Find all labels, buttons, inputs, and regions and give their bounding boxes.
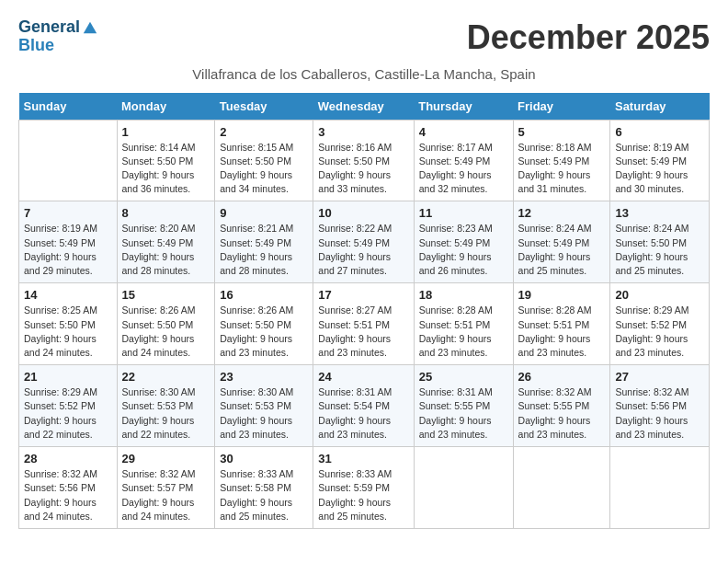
table-row: 12Sunrise: 8:24 AM Sunset: 5:49 PM Dayli… [513,201,610,283]
day-info: Sunrise: 8:30 AM Sunset: 5:53 PM Dayligh… [122,385,210,442]
day-number: 13 [615,206,704,220]
header-row: Sunday Monday Tuesday Wednesday Thursday… [19,93,710,121]
day-info: Sunrise: 8:31 AM Sunset: 5:55 PM Dayligh… [419,385,508,442]
day-info: Sunrise: 8:24 AM Sunset: 5:50 PM Dayligh… [615,222,704,278]
day-number: 16 [220,288,308,302]
header-tuesday: Tuesday [215,93,313,121]
day-info: Sunrise: 8:16 AM Sunset: 5:50 PM Dayligh… [318,141,408,197]
svg-marker-0 [84,22,97,34]
table-row: 14Sunrise: 8:25 AM Sunset: 5:50 PM Dayli… [19,283,118,365]
day-info: Sunrise: 8:32 AM Sunset: 5:57 PM Dayligh… [122,467,210,523]
day-number: 14 [24,288,112,302]
table-row: 7Sunrise: 8:19 AM Sunset: 5:49 PM Daylig… [19,201,118,283]
day-number: 11 [419,206,508,220]
day-number: 3 [318,125,408,139]
day-number: 9 [220,206,308,220]
day-info: Sunrise: 8:19 AM Sunset: 5:49 PM Dayligh… [615,141,704,197]
table-row: 29Sunrise: 8:32 AM Sunset: 5:57 PM Dayli… [117,447,215,529]
page-container: General Blue December 2025 Villafranca d… [18,18,710,529]
week-row-1: 1Sunrise: 8:14 AM Sunset: 5:50 PM Daylig… [19,120,710,201]
header-sunday: Sunday [19,93,118,121]
day-number: 17 [318,288,408,302]
table-row: 10Sunrise: 8:22 AM Sunset: 5:49 PM Dayli… [313,201,414,283]
week-row-4: 21Sunrise: 8:29 AM Sunset: 5:52 PM Dayli… [19,365,710,447]
day-info: Sunrise: 8:17 AM Sunset: 5:49 PM Dayligh… [419,141,508,197]
table-row: 23Sunrise: 8:30 AM Sunset: 5:53 PM Dayli… [215,365,313,447]
day-info: Sunrise: 8:32 AM Sunset: 5:56 PM Dayligh… [24,467,112,523]
day-number: 26 [518,370,606,384]
table-row: 30Sunrise: 8:33 AM Sunset: 5:58 PM Dayli… [215,447,313,529]
day-number: 29 [122,452,210,465]
table-row: 2Sunrise: 8:15 AM Sunset: 5:50 PM Daylig… [215,120,313,201]
day-number: 10 [318,206,408,220]
table-row: 15Sunrise: 8:26 AM Sunset: 5:50 PM Dayli… [117,283,215,365]
day-number: 27 [615,370,704,384]
day-info: Sunrise: 8:31 AM Sunset: 5:54 PM Dayligh… [318,385,408,442]
header-wednesday: Wednesday [313,93,414,121]
day-info: Sunrise: 8:19 AM Sunset: 5:49 PM Dayligh… [24,222,112,278]
day-info: Sunrise: 8:22 AM Sunset: 5:49 PM Dayligh… [318,222,408,278]
calendar-title: December 2025 [467,18,710,57]
day-info: Sunrise: 8:28 AM Sunset: 5:51 PM Dayligh… [419,304,508,360]
title-section: December 2025 [467,18,710,57]
header-monday: Monday [117,93,215,121]
table-row: 4Sunrise: 8:17 AM Sunset: 5:49 PM Daylig… [414,120,513,201]
day-number: 23 [220,370,308,384]
day-info: Sunrise: 8:26 AM Sunset: 5:50 PM Dayligh… [220,304,308,360]
day-number: 8 [122,206,210,220]
table-row: 16Sunrise: 8:26 AM Sunset: 5:50 PM Dayli… [215,283,313,365]
day-number: 31 [318,452,408,465]
day-number: 22 [122,370,210,384]
table-row: 5Sunrise: 8:18 AM Sunset: 5:49 PM Daylig… [513,120,610,201]
table-row: 25Sunrise: 8:31 AM Sunset: 5:55 PM Dayli… [414,365,513,447]
day-info: Sunrise: 8:32 AM Sunset: 5:56 PM Dayligh… [615,385,704,442]
day-number: 6 [615,125,704,139]
table-row: 8Sunrise: 8:20 AM Sunset: 5:49 PM Daylig… [117,201,215,283]
day-info: Sunrise: 8:29 AM Sunset: 5:52 PM Dayligh… [24,385,112,442]
table-row: 18Sunrise: 8:28 AM Sunset: 5:51 PM Dayli… [414,283,513,365]
table-row: 27Sunrise: 8:32 AM Sunset: 5:56 PM Dayli… [610,365,710,447]
day-number: 20 [615,288,704,302]
table-row: 1Sunrise: 8:14 AM Sunset: 5:50 PM Daylig… [117,120,215,201]
table-row: 6Sunrise: 8:19 AM Sunset: 5:49 PM Daylig… [610,120,710,201]
day-info: Sunrise: 8:33 AM Sunset: 5:58 PM Dayligh… [220,467,308,523]
table-row: 19Sunrise: 8:28 AM Sunset: 5:51 PM Dayli… [513,283,610,365]
header-thursday: Thursday [414,93,513,121]
day-info: Sunrise: 8:32 AM Sunset: 5:55 PM Dayligh… [518,385,606,442]
day-number: 25 [419,370,508,384]
day-info: Sunrise: 8:23 AM Sunset: 5:49 PM Dayligh… [419,222,508,278]
day-number: 21 [24,370,112,384]
table-row: 20Sunrise: 8:29 AM Sunset: 5:52 PM Dayli… [610,283,710,365]
day-number: 2 [220,125,308,139]
day-number: 30 [220,452,308,465]
day-number: 7 [24,206,112,220]
table-row: 26Sunrise: 8:32 AM Sunset: 5:55 PM Dayli… [513,365,610,447]
day-info: Sunrise: 8:21 AM Sunset: 5:49 PM Dayligh… [220,222,308,278]
table-row: 22Sunrise: 8:30 AM Sunset: 5:53 PM Dayli… [117,365,215,447]
table-row [610,447,710,529]
table-row: 17Sunrise: 8:27 AM Sunset: 5:51 PM Dayli… [313,283,414,365]
header-saturday: Saturday [610,93,710,121]
week-row-3: 14Sunrise: 8:25 AM Sunset: 5:50 PM Dayli… [19,283,710,365]
table-row: 24Sunrise: 8:31 AM Sunset: 5:54 PM Dayli… [313,365,414,447]
logo-icon [82,19,98,36]
table-row [414,447,513,529]
day-number: 28 [24,452,112,465]
day-info: Sunrise: 8:30 AM Sunset: 5:53 PM Dayligh… [220,385,308,442]
table-row [513,447,610,529]
day-info: Sunrise: 8:14 AM Sunset: 5:50 PM Dayligh… [122,141,210,197]
table-row: 11Sunrise: 8:23 AM Sunset: 5:49 PM Dayli… [414,201,513,283]
header-friday: Friday [513,93,610,121]
day-info: Sunrise: 8:33 AM Sunset: 5:59 PM Dayligh… [318,467,408,523]
day-info: Sunrise: 8:24 AM Sunset: 5:49 PM Dayligh… [518,222,606,278]
table-row: 28Sunrise: 8:32 AM Sunset: 5:56 PM Dayli… [19,447,118,529]
table-row: 31Sunrise: 8:33 AM Sunset: 5:59 PM Dayli… [313,447,414,529]
calendar-table: Sunday Monday Tuesday Wednesday Thursday… [18,93,710,529]
day-number: 19 [518,288,606,302]
day-info: Sunrise: 8:20 AM Sunset: 5:49 PM Dayligh… [122,222,210,278]
logo-text-line1: General [18,18,80,37]
week-row-5: 28Sunrise: 8:32 AM Sunset: 5:56 PM Dayli… [19,447,710,529]
day-info: Sunrise: 8:27 AM Sunset: 5:51 PM Dayligh… [318,304,408,360]
day-info: Sunrise: 8:29 AM Sunset: 5:52 PM Dayligh… [615,304,704,360]
day-number: 5 [518,125,606,139]
